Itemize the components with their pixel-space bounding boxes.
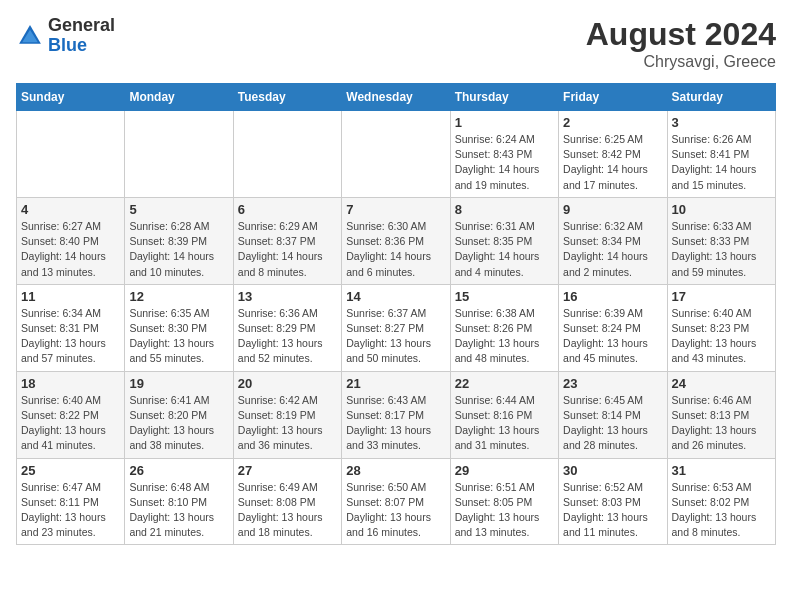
day-info: Sunrise: 6:47 AM Sunset: 8:11 PM Dayligh… xyxy=(21,480,120,541)
day-number: 14 xyxy=(346,289,445,304)
calendar-header: SundayMondayTuesdayWednesdayThursdayFrid… xyxy=(17,84,776,111)
day-cell: 30Sunrise: 6:52 AM Sunset: 8:03 PM Dayli… xyxy=(559,458,667,545)
day-number: 22 xyxy=(455,376,554,391)
day-info: Sunrise: 6:38 AM Sunset: 8:26 PM Dayligh… xyxy=(455,306,554,367)
weekday-header-friday: Friday xyxy=(559,84,667,111)
day-number: 13 xyxy=(238,289,337,304)
day-number: 29 xyxy=(455,463,554,478)
day-info: Sunrise: 6:51 AM Sunset: 8:05 PM Dayligh… xyxy=(455,480,554,541)
week-row-2: 4Sunrise: 6:27 AM Sunset: 8:40 PM Daylig… xyxy=(17,197,776,284)
day-number: 4 xyxy=(21,202,120,217)
day-number: 21 xyxy=(346,376,445,391)
day-cell: 14Sunrise: 6:37 AM Sunset: 8:27 PM Dayli… xyxy=(342,284,450,371)
day-info: Sunrise: 6:39 AM Sunset: 8:24 PM Dayligh… xyxy=(563,306,662,367)
day-number: 24 xyxy=(672,376,771,391)
day-info: Sunrise: 6:29 AM Sunset: 8:37 PM Dayligh… xyxy=(238,219,337,280)
day-number: 17 xyxy=(672,289,771,304)
day-info: Sunrise: 6:42 AM Sunset: 8:19 PM Dayligh… xyxy=(238,393,337,454)
week-row-1: 1Sunrise: 6:24 AM Sunset: 8:43 PM Daylig… xyxy=(17,111,776,198)
day-number: 10 xyxy=(672,202,771,217)
day-info: Sunrise: 6:48 AM Sunset: 8:10 PM Dayligh… xyxy=(129,480,228,541)
day-info: Sunrise: 6:36 AM Sunset: 8:29 PM Dayligh… xyxy=(238,306,337,367)
day-number: 23 xyxy=(563,376,662,391)
day-cell: 19Sunrise: 6:41 AM Sunset: 8:20 PM Dayli… xyxy=(125,371,233,458)
day-cell: 4Sunrise: 6:27 AM Sunset: 8:40 PM Daylig… xyxy=(17,197,125,284)
day-info: Sunrise: 6:46 AM Sunset: 8:13 PM Dayligh… xyxy=(672,393,771,454)
weekday-header-thursday: Thursday xyxy=(450,84,558,111)
day-cell xyxy=(125,111,233,198)
day-cell: 21Sunrise: 6:43 AM Sunset: 8:17 PM Dayli… xyxy=(342,371,450,458)
week-row-3: 11Sunrise: 6:34 AM Sunset: 8:31 PM Dayli… xyxy=(17,284,776,371)
day-number: 18 xyxy=(21,376,120,391)
weekday-header-saturday: Saturday xyxy=(667,84,775,111)
day-cell: 9Sunrise: 6:32 AM Sunset: 8:34 PM Daylig… xyxy=(559,197,667,284)
day-info: Sunrise: 6:31 AM Sunset: 8:35 PM Dayligh… xyxy=(455,219,554,280)
day-number: 8 xyxy=(455,202,554,217)
day-number: 19 xyxy=(129,376,228,391)
day-info: Sunrise: 6:33 AM Sunset: 8:33 PM Dayligh… xyxy=(672,219,771,280)
day-cell: 28Sunrise: 6:50 AM Sunset: 8:07 PM Dayli… xyxy=(342,458,450,545)
day-info: Sunrise: 6:24 AM Sunset: 8:43 PM Dayligh… xyxy=(455,132,554,193)
page-header: General Blue August 2024 Chrysavgi, Gree… xyxy=(16,16,776,71)
day-info: Sunrise: 6:27 AM Sunset: 8:40 PM Dayligh… xyxy=(21,219,120,280)
day-cell: 25Sunrise: 6:47 AM Sunset: 8:11 PM Dayli… xyxy=(17,458,125,545)
day-number: 28 xyxy=(346,463,445,478)
day-cell: 10Sunrise: 6:33 AM Sunset: 8:33 PM Dayli… xyxy=(667,197,775,284)
day-cell: 11Sunrise: 6:34 AM Sunset: 8:31 PM Dayli… xyxy=(17,284,125,371)
day-number: 16 xyxy=(563,289,662,304)
day-info: Sunrise: 6:49 AM Sunset: 8:08 PM Dayligh… xyxy=(238,480,337,541)
weekday-header-tuesday: Tuesday xyxy=(233,84,341,111)
day-info: Sunrise: 6:44 AM Sunset: 8:16 PM Dayligh… xyxy=(455,393,554,454)
day-cell: 12Sunrise: 6:35 AM Sunset: 8:30 PM Dayli… xyxy=(125,284,233,371)
weekday-header-wednesday: Wednesday xyxy=(342,84,450,111)
day-info: Sunrise: 6:28 AM Sunset: 8:39 PM Dayligh… xyxy=(129,219,228,280)
location: Chrysavgi, Greece xyxy=(586,53,776,71)
day-info: Sunrise: 6:40 AM Sunset: 8:22 PM Dayligh… xyxy=(21,393,120,454)
day-number: 30 xyxy=(563,463,662,478)
day-cell: 8Sunrise: 6:31 AM Sunset: 8:35 PM Daylig… xyxy=(450,197,558,284)
day-cell: 24Sunrise: 6:46 AM Sunset: 8:13 PM Dayli… xyxy=(667,371,775,458)
day-info: Sunrise: 6:53 AM Sunset: 8:02 PM Dayligh… xyxy=(672,480,771,541)
month-year: August 2024 xyxy=(586,16,776,53)
day-number: 1 xyxy=(455,115,554,130)
day-number: 31 xyxy=(672,463,771,478)
day-number: 11 xyxy=(21,289,120,304)
day-number: 12 xyxy=(129,289,228,304)
day-number: 6 xyxy=(238,202,337,217)
title-block: August 2024 Chrysavgi, Greece xyxy=(586,16,776,71)
day-cell: 29Sunrise: 6:51 AM Sunset: 8:05 PM Dayli… xyxy=(450,458,558,545)
logo-general: General xyxy=(48,16,115,36)
day-number: 26 xyxy=(129,463,228,478)
day-number: 20 xyxy=(238,376,337,391)
day-cell: 16Sunrise: 6:39 AM Sunset: 8:24 PM Dayli… xyxy=(559,284,667,371)
week-row-4: 18Sunrise: 6:40 AM Sunset: 8:22 PM Dayli… xyxy=(17,371,776,458)
weekday-header-sunday: Sunday xyxy=(17,84,125,111)
day-cell: 20Sunrise: 6:42 AM Sunset: 8:19 PM Dayli… xyxy=(233,371,341,458)
day-info: Sunrise: 6:50 AM Sunset: 8:07 PM Dayligh… xyxy=(346,480,445,541)
day-info: Sunrise: 6:26 AM Sunset: 8:41 PM Dayligh… xyxy=(672,132,771,193)
weekday-row: SundayMondayTuesdayWednesdayThursdayFrid… xyxy=(17,84,776,111)
day-cell: 13Sunrise: 6:36 AM Sunset: 8:29 PM Dayli… xyxy=(233,284,341,371)
day-number: 15 xyxy=(455,289,554,304)
day-cell: 15Sunrise: 6:38 AM Sunset: 8:26 PM Dayli… xyxy=(450,284,558,371)
day-info: Sunrise: 6:37 AM Sunset: 8:27 PM Dayligh… xyxy=(346,306,445,367)
day-cell: 6Sunrise: 6:29 AM Sunset: 8:37 PM Daylig… xyxy=(233,197,341,284)
day-number: 25 xyxy=(21,463,120,478)
day-info: Sunrise: 6:52 AM Sunset: 8:03 PM Dayligh… xyxy=(563,480,662,541)
weekday-header-monday: Monday xyxy=(125,84,233,111)
day-number: 2 xyxy=(563,115,662,130)
day-info: Sunrise: 6:32 AM Sunset: 8:34 PM Dayligh… xyxy=(563,219,662,280)
day-cell: 2Sunrise: 6:25 AM Sunset: 8:42 PM Daylig… xyxy=(559,111,667,198)
week-row-5: 25Sunrise: 6:47 AM Sunset: 8:11 PM Dayli… xyxy=(17,458,776,545)
day-cell: 31Sunrise: 6:53 AM Sunset: 8:02 PM Dayli… xyxy=(667,458,775,545)
calendar-body: 1Sunrise: 6:24 AM Sunset: 8:43 PM Daylig… xyxy=(17,111,776,545)
day-info: Sunrise: 6:43 AM Sunset: 8:17 PM Dayligh… xyxy=(346,393,445,454)
day-cell: 1Sunrise: 6:24 AM Sunset: 8:43 PM Daylig… xyxy=(450,111,558,198)
day-cell: 3Sunrise: 6:26 AM Sunset: 8:41 PM Daylig… xyxy=(667,111,775,198)
day-number: 7 xyxy=(346,202,445,217)
day-cell: 23Sunrise: 6:45 AM Sunset: 8:14 PM Dayli… xyxy=(559,371,667,458)
logo-text: General Blue xyxy=(48,16,115,56)
day-cell xyxy=(17,111,125,198)
calendar-table: SundayMondayTuesdayWednesdayThursdayFrid… xyxy=(16,83,776,545)
day-cell: 22Sunrise: 6:44 AM Sunset: 8:16 PM Dayli… xyxy=(450,371,558,458)
